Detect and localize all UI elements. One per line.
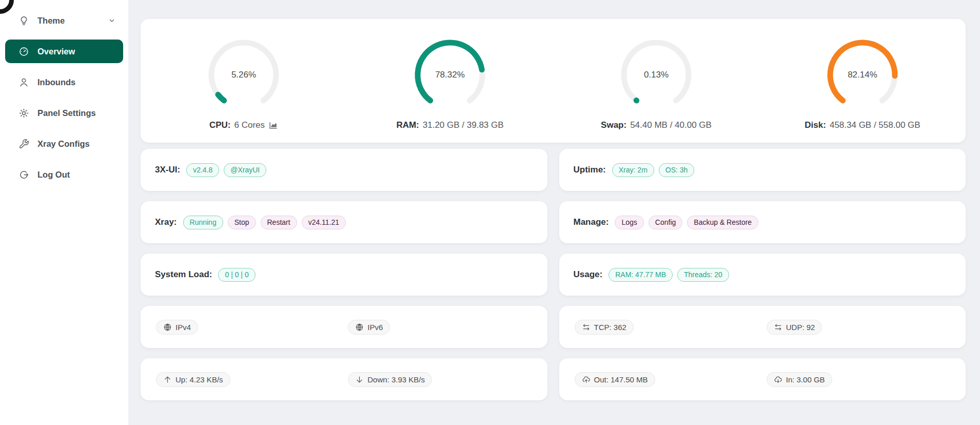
v2-4-8-button[interactable]: v2.4.8 <box>186 163 219 177</box>
logs-button[interactable]: Logs <box>615 216 643 229</box>
ipv4-ipv6-card: IPv4IPv6 <box>141 306 547 348</box>
gauge-caption-value: 54.40 MB / 40.00 GB <box>630 120 712 130</box>
threads-20-badge: Threads: 20 <box>677 268 729 282</box>
up-pill: Up: 4.23 KB/s <box>156 372 230 387</box>
cpu-history-chart-icon[interactable] <box>268 121 278 130</box>
badge-group: v2.4.8@XrayUI <box>186 163 266 177</box>
ram-gauge-ring: 78.32% <box>411 36 488 113</box>
uptime-card: Uptime:Xray: 2mOS: 3h <box>559 149 966 191</box>
pill-slot: In: 3.00 GB <box>762 372 966 387</box>
cloud-down-icon <box>774 375 782 384</box>
gauge-caption-label: CPU: <box>209 120 231 130</box>
card-label: Manage: <box>574 217 609 227</box>
pill-label: UDP: 92 <box>786 323 815 332</box>
pill-slot: Down: 3.93 KB/s <box>344 372 547 387</box>
globe-icon <box>163 323 172 332</box>
gauge-caption: RAM:31.20 GB / 39.83 GB <box>396 120 503 130</box>
tcp-udp-card: TCP: 362UDP: 92 <box>559 306 966 348</box>
backup-restore-button[interactable]: Backup & Restore <box>687 216 758 229</box>
card-label: Xray: <box>155 217 177 227</box>
pill-label: IPv4 <box>175 323 191 332</box>
sidebar-item-xray-configs[interactable]: Xray Configs <box>5 132 123 156</box>
pill-slot: TCP: 362 <box>559 320 762 335</box>
disk-gauge-ring: 82.14% <box>824 36 901 113</box>
gauge-caption-label: Swap: <box>601 120 626 130</box>
stop-button[interactable]: Stop <box>228 216 256 229</box>
sidebar: ThemeOverviewInboundsPanel SettingsXray … <box>0 0 128 425</box>
down-pill: Down: 3.93 KB/s <box>348 372 432 387</box>
pill-label: Up: 4.23 KB/s <box>175 375 223 384</box>
running-badge: Running <box>183 216 223 229</box>
pill-label: Out: 147.50 MB <box>594 375 648 384</box>
gauge-caption-value: 6 Cores <box>234 120 265 130</box>
sidebar-item-theme[interactable]: Theme <box>5 9 123 32</box>
card-label: Uptime: <box>574 165 606 175</box>
gauge-caption-label: RAM: <box>396 120 419 130</box>
gauge-caption-value: 31.20 GB / 39.83 GB <box>423 120 504 130</box>
badge-group: 0 | 0 | 0 <box>218 268 255 282</box>
tcp-pill[interactable]: TCP: 362 <box>575 320 634 335</box>
3x-ui-card: 3X-UI:v2.4.8@XrayUI <box>141 149 547 191</box>
gauge-percent-value: 0.13% <box>618 36 695 113</box>
cpu-gauge-ring: 5.26% <box>205 36 282 113</box>
config-button[interactable]: Config <box>649 216 682 229</box>
usage-card: Usage:RAM: 47.77 MBThreads: 20 <box>559 254 966 296</box>
swap-gauge-ring: 0.13% <box>618 36 695 113</box>
info-grid: 3X-UI:v2.4.8@XrayUIUptime:Xray: 2mOS: 3h… <box>141 149 966 400</box>
pill-slot: Up: 4.23 KB/s <box>141 372 344 387</box>
pill-slot: Out: 147.50 MB <box>559 372 762 387</box>
logout-icon <box>18 169 29 180</box>
pill-slot: IPv6 <box>344 320 547 335</box>
sidebar-menu: ThemeOverviewInboundsPanel SettingsXray … <box>0 0 128 186</box>
arrow-up-icon <box>163 375 172 384</box>
sidebar-item-label: Xray Configs <box>37 139 90 149</box>
chevron-down-icon <box>108 16 116 25</box>
globe-icon <box>355 323 364 332</box>
out-pill: Out: 147.50 MB <box>575 372 655 387</box>
gauge-percent-value: 82.14% <box>824 36 901 113</box>
gauge-caption-value: 458.34 GB / 558.00 GB <box>830 120 920 130</box>
swap-icon <box>582 323 591 332</box>
gauge-caption-label: Disk: <box>805 120 826 130</box>
sidebar-item-label: Panel Settings <box>37 108 96 118</box>
badge-group: RunningStopRestartv24.11.21 <box>183 216 346 229</box>
sidebar-item-label: Log Out <box>37 170 70 180</box>
pill-slot: UDP: 92 <box>762 320 966 335</box>
bulb-icon <box>18 15 29 26</box>
gauge-caption: CPU:6 Cores <box>209 120 278 130</box>
out-in-card: Out: 147.50 MBIn: 3.00 GB <box>559 358 966 400</box>
sidebar-item-log-out[interactable]: Log Out <box>5 163 123 186</box>
badge-group: LogsConfigBackup & Restore <box>615 216 758 229</box>
udp-pill[interactable]: UDP: 92 <box>767 320 822 335</box>
sidebar-item-label: Inbounds <box>37 78 75 87</box>
badge-group: Xray: 2mOS: 3h <box>612 163 695 177</box>
sidebar-item-inbounds[interactable]: Inbounds <box>5 70 123 94</box>
gauge-ram: 78.32%RAM:31.20 GB / 39.83 GB <box>347 36 553 143</box>
ipv6-pill[interactable]: IPv6 <box>348 320 390 335</box>
xrayui-button[interactable]: @XrayUI <box>224 163 266 177</box>
in-pill: In: 3.00 GB <box>767 372 832 387</box>
gauge-caption: Swap:54.40 MB / 40.00 GB <box>601 120 712 130</box>
xray-card: Xray:RunningStopRestartv24.11.21 <box>141 201 547 243</box>
manage-card: Manage:LogsConfigBackup & Restore <box>559 201 966 243</box>
sidebar-item-panel-settings[interactable]: Panel Settings <box>5 101 123 125</box>
wrench-icon <box>18 139 29 149</box>
gear-icon <box>18 108 29 119</box>
main-content: 5.26%CPU:6 Cores 78.32%RAM:31.20 GB / 39… <box>128 0 980 425</box>
restart-button[interactable]: Restart <box>261 216 297 229</box>
gauge-caption: Disk:458.34 GB / 558.00 GB <box>805 120 920 130</box>
gauge-cpu: 5.26%CPU:6 Cores <box>141 36 347 143</box>
ipv4-pill[interactable]: IPv4 <box>156 320 198 335</box>
v24-11-21-button[interactable]: v24.11.21 <box>302 216 346 229</box>
card-label: System Load: <box>155 269 212 280</box>
gauge-swap: 0.13%Swap:54.40 MB / 40.00 GB <box>553 36 759 143</box>
sidebar-item-overview[interactable]: Overview <box>5 40 123 63</box>
0-0-0-badge: 0 | 0 | 0 <box>218 268 255 282</box>
pill-label: IPv6 <box>367 323 383 332</box>
system-load-card: System Load:0 | 0 | 0 <box>141 254 547 296</box>
badge-group: RAM: 47.77 MBThreads: 20 <box>609 268 729 282</box>
dashboard-icon <box>18 46 29 57</box>
pill-label: In: 3.00 GB <box>786 375 825 384</box>
gauge-disk: 82.14%Disk:458.34 GB / 558.00 GB <box>759 36 966 143</box>
pill-slot: IPv4 <box>141 320 344 335</box>
